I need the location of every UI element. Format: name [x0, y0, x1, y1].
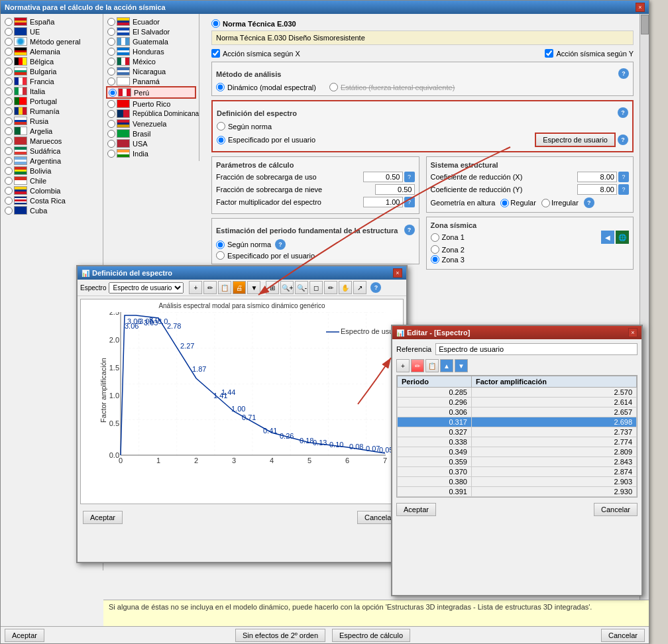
zona2-radio[interactable] — [431, 245, 439, 254]
sidebar-item-panama[interactable]: Panamá — [106, 76, 196, 86]
main-close-button[interactable]: × — [636, 3, 645, 12]
editor-table-scroll[interactable]: Periodo Factor amplificación 0.2852.5700… — [396, 375, 638, 498]
sidebar-item-cuba[interactable]: Cuba — [3, 205, 99, 215]
espectro-norma-radio[interactable] — [217, 122, 225, 131]
table-row[interactable]: 0.3172.698 — [398, 417, 637, 427]
bottom-cancelar-btn[interactable]: Cancelar — [601, 629, 645, 642]
geometria-help[interactable]: ? — [584, 197, 594, 208]
sidebar-item-chile[interactable]: Chile — [3, 176, 99, 186]
metodo-help-btn[interactable]: ? — [618, 68, 629, 79]
metodo-estatico-radio[interactable] — [329, 83, 338, 91]
editor-close-btn[interactable]: × — [628, 328, 638, 337]
sidebar-item-venezuela[interactable]: Venezuela — [106, 119, 196, 129]
referencia-input[interactable] — [435, 343, 638, 355]
sidebar-item-argelia[interactable]: Argelia — [3, 126, 99, 136]
bottom-sinefectos-btn[interactable]: Sin efectos de 2º orden — [235, 629, 325, 642]
espectro-usuario-btn[interactable]: Espectro de usuario — [535, 133, 616, 147]
accion-x-checkbox[interactable] — [211, 49, 220, 58]
toolbar-zoom-out-btn[interactable]: 🔍- — [295, 281, 308, 294]
zona1-radio[interactable] — [431, 233, 439, 242]
table-row[interactable]: 0.3912.930 — [398, 487, 637, 497]
sidebar-item-mexico[interactable]: México — [106, 56, 196, 66]
table-row[interactable]: 0.3702.874 — [398, 467, 637, 477]
espectro-select[interactable]: Espectro de usuario — [109, 282, 184, 294]
editor-copy-btn[interactable]: 📋 — [425, 359, 439, 372]
sidebar-item-argentina[interactable]: Argentina — [3, 156, 99, 166]
table-row[interactable]: 0.3272.737 — [398, 427, 637, 437]
bottom-aceptar-btn[interactable]: Aceptar — [5, 629, 44, 642]
toolbar-print-btn[interactable]: 🖨 — [233, 281, 246, 294]
sidebar-item-honduras[interactable]: Honduras — [106, 46, 196, 56]
sidebar-item-sudafrica[interactable]: Sudáfrica — [3, 146, 99, 156]
spectrum-help-btn[interactable]: ? — [370, 282, 381, 293]
spectrum-aceptar-btn[interactable]: Aceptar — [83, 511, 123, 524]
norma-tecnica-radio[interactable] — [211, 19, 220, 28]
sidebar-item-usa[interactable]: USA — [106, 138, 196, 148]
coef-x-help[interactable]: ? — [618, 172, 629, 182]
toolbar-edit-btn[interactable]: ✏ — [203, 281, 217, 294]
toolbar-copy-btn[interactable]: 📋 — [218, 281, 231, 294]
sidebar-item-puertorico[interactable]: Puerto Rico — [106, 99, 196, 109]
toolbar-zoom-fit-btn[interactable]: ⊞ — [266, 281, 279, 294]
zona1-info-btn[interactable]: 🌐 — [616, 231, 629, 244]
coef-x-value[interactable] — [577, 172, 617, 182]
param-uso-value[interactable] — [363, 172, 403, 182]
accion-y-checkbox[interactable] — [545, 49, 553, 58]
table-row[interactable]: 0.3592.843 — [398, 457, 637, 467]
sidebar-item-belgica[interactable]: Bélgica — [3, 56, 99, 66]
editor-down-btn[interactable]: ▼ — [455, 359, 468, 372]
coef-y-value[interactable] — [577, 184, 617, 195]
sidebar-item-alemania[interactable]: Alemania — [3, 46, 99, 56]
table-row[interactable]: 0.3492.809 — [398, 447, 637, 457]
sidebar-item-india[interactable]: India — [106, 148, 196, 158]
param-factor-help[interactable]: ? — [404, 197, 415, 207]
editor-up-btn[interactable]: ▲ — [440, 359, 453, 372]
sidebar-item-maruecos[interactable]: Maruecos — [3, 136, 99, 146]
periodo-norma-radio[interactable] — [216, 241, 225, 249]
sidebar-item-espana[interactable]: España — [3, 17, 99, 27]
sidebar-item-bolivia[interactable]: Bolivia — [3, 166, 99, 176]
sidebar-item-elsalvador[interactable]: El Salvador — [106, 27, 196, 36]
geometria-regular-radio[interactable] — [500, 199, 509, 207]
sidebar-item-metodo[interactable]: Método general — [3, 36, 99, 46]
editor-aceptar-btn[interactable]: Aceptar — [396, 503, 436, 516]
table-row[interactable]: 0.3802.903 — [398, 477, 637, 487]
toolbar-export-btn[interactable]: ↗ — [353, 281, 366, 294]
editor-cancelar-btn[interactable]: Cancelar — [594, 503, 638, 516]
espectro-usuario-radio[interactable] — [217, 136, 225, 144]
periodo-usuario-radio[interactable] — [216, 251, 225, 260]
sidebar-item-italia[interactable]: Italia — [3, 86, 99, 96]
sidebar-item-portugal[interactable]: Portugal — [3, 96, 99, 106]
sidebar-item-nicaragua[interactable]: Nicaragua — [106, 66, 196, 76]
sidebar-item-ecuador[interactable]: Ecuador — [106, 17, 196, 27]
table-row[interactable]: 0.2852.570 — [398, 388, 637, 398]
table-row[interactable]: 0.3062.657 — [398, 407, 637, 417]
metodo-dinamico-radio[interactable] — [216, 83, 225, 91]
estimacion-help-btn[interactable]: ? — [404, 225, 415, 235]
spectrum-close-btn[interactable]: × — [393, 268, 402, 278]
sidebar-item-colombia[interactable]: Colombia — [3, 186, 99, 195]
sidebar-item-guatemala[interactable]: Guatemala — [106, 36, 196, 46]
param-factor-value[interactable] — [363, 197, 403, 207]
toolbar-zoom-window-btn[interactable]: ◻ — [309, 281, 323, 294]
param-uso-help[interactable]: ? — [404, 172, 415, 182]
editor-edit-btn[interactable]: ✏ — [411, 359, 424, 372]
toolbar-pen-btn[interactable]: ✏ — [324, 281, 337, 294]
zona3-radio[interactable] — [431, 255, 439, 264]
param-nieve-value[interactable] — [375, 184, 415, 195]
sidebar-item-brasil[interactable]: Brasil — [106, 129, 196, 138]
coef-y-help[interactable]: ? — [618, 184, 629, 195]
zona1-nav-btn[interactable]: ◀ — [601, 231, 614, 244]
sidebar-item-rusia[interactable]: Rusia — [3, 116, 99, 126]
table-row[interactable]: 0.2962.614 — [398, 398, 637, 407]
toolbar-new-btn[interactable]: + — [189, 281, 202, 294]
toolbar-zoom-in-btn[interactable]: 🔍+ — [280, 281, 294, 294]
geometria-irregular-radio[interactable] — [541, 199, 550, 207]
toolbar-pan-btn[interactable]: ✋ — [339, 281, 352, 294]
periodo-norma-help[interactable]: ? — [275, 239, 286, 250]
sidebar-item-francia[interactable]: Francia — [3, 76, 99, 86]
editor-add-btn[interactable]: + — [396, 359, 410, 372]
espectro-help-btn[interactable]: ? — [618, 107, 628, 118]
toolbar-more-btn[interactable]: ▼ — [247, 281, 260, 294]
bottom-espectro-btn[interactable]: Espectro de cálculo — [332, 629, 410, 642]
